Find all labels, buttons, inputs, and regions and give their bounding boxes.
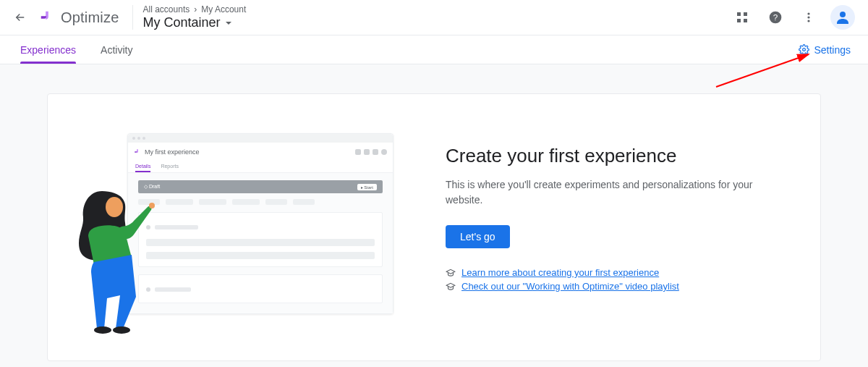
svg-point-8 xyxy=(807,20,809,22)
main-stage: My first experience Details Reports ◇ Dr… xyxy=(0,64,868,361)
tab-experiences[interactable]: Experiences xyxy=(14,35,82,64)
optimize-logo-icon xyxy=(134,148,141,156)
breadcrumb-root: All accounts xyxy=(143,5,190,15)
svg-text:?: ? xyxy=(773,12,778,22)
svg-rect-2 xyxy=(737,19,741,22)
onboarding-card: My first experience Details Reports ◇ Dr… xyxy=(47,93,821,361)
mini-tab-details: Details xyxy=(135,161,150,172)
svg-point-15 xyxy=(113,326,130,334)
education-icon xyxy=(446,282,456,292)
brand-name: Optimize xyxy=(61,9,119,26)
optimize-logo-icon xyxy=(39,9,55,25)
container-name: My Container xyxy=(143,15,221,30)
svg-rect-3 xyxy=(744,19,747,22)
svg-point-10 xyxy=(803,48,806,51)
tab-activity[interactable]: Activity xyxy=(95,35,138,64)
brand: Optimize xyxy=(35,9,131,26)
settings-link[interactable]: Settings xyxy=(799,44,854,56)
svg-point-13 xyxy=(149,203,155,208)
svg-point-14 xyxy=(94,326,111,334)
header-actions: ? xyxy=(731,5,862,30)
svg-point-6 xyxy=(807,12,809,14)
video-playlist-link[interactable]: Check out our "Working with Optimize" vi… xyxy=(461,281,679,292)
person-illustration xyxy=(77,177,163,336)
onboarding-description: This is where you'll create experiments … xyxy=(446,177,757,208)
arrow-left-icon xyxy=(14,11,27,24)
svg-point-9 xyxy=(840,12,846,17)
gear-icon xyxy=(799,44,809,55)
back-button[interactable] xyxy=(6,3,35,32)
more-icon[interactable] xyxy=(797,6,820,29)
help-links: Learn more about creating your first exp… xyxy=(446,267,799,292)
onboarding-content: Create your first experience This is whe… xyxy=(446,123,799,295)
apps-icon[interactable] xyxy=(731,6,754,29)
tabs-bar: Experiences Activity Settings xyxy=(0,35,868,64)
mini-tab-reports: Reports xyxy=(161,161,179,172)
chevron-right-icon: › xyxy=(194,5,197,15)
svg-point-12 xyxy=(106,197,123,217)
breadcrumb[interactable]: All accounts › My Account My Container xyxy=(143,5,247,30)
caret-down-icon[interactable] xyxy=(225,15,232,30)
mini-title: My first experience xyxy=(145,148,352,156)
breadcrumb-account: My Account xyxy=(201,5,246,15)
help-icon[interactable]: ? xyxy=(764,6,787,29)
education-icon xyxy=(446,268,456,278)
mini-window: My first experience Details Reports ◇ Dr… xyxy=(127,133,393,314)
settings-label: Settings xyxy=(814,44,851,56)
app-header: Optimize All accounts › My Account My Co… xyxy=(0,0,868,35)
illustration: My first experience Details Reports ◇ Dr… xyxy=(91,133,402,314)
divider xyxy=(132,5,133,30)
svg-rect-0 xyxy=(737,12,741,16)
lets-go-button[interactable]: Let's go xyxy=(446,225,510,248)
svg-point-7 xyxy=(807,16,809,18)
avatar[interactable] xyxy=(830,5,855,30)
svg-rect-1 xyxy=(744,12,747,16)
onboarding-heading: Create your first experience xyxy=(446,145,799,167)
learn-more-link[interactable]: Learn more about creating your first exp… xyxy=(461,267,659,278)
